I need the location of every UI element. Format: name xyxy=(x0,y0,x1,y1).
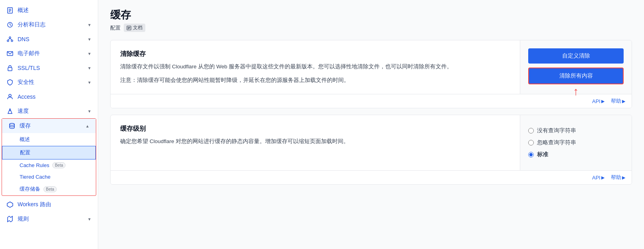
sidebar-item-cache[interactable]: 缓存 ▲ xyxy=(2,119,96,133)
sidebar-subitem-cache-config-label: 配置 xyxy=(20,149,30,156)
help-chevron-icon2: ▶ xyxy=(622,175,625,180)
sidebar-item-overview[interactable]: 概述 xyxy=(0,3,98,18)
chevron-down-icon: ▼ xyxy=(87,66,91,70)
sidebar-item-workers[interactable]: Workers 路由 xyxy=(0,197,98,212)
sidebar-subitem-tiered-cache-label: Tiered Cache xyxy=(20,174,51,180)
sidebar-subitem-cache-reserve-label: 缓存储备 xyxy=(20,185,40,193)
purge-cache-card: 清除缓存 清除缓存文件以强制 Cloudflare 从您的 Web 服务器中提取… xyxy=(110,40,632,108)
sidebar-item-rules[interactable]: 规则 ▼ xyxy=(0,212,98,226)
sidebar: 概述 分析和日志 ▼ DNS ▼ 电子邮件 ▼ SSL/TLS ▼ xyxy=(0,0,98,249)
radio-standard[interactable] xyxy=(528,152,534,157)
chevron-down-icon: ▼ xyxy=(87,52,91,56)
svg-line-9 xyxy=(10,38,12,40)
purge-card-footer: API ▶ 帮助 ▶ xyxy=(111,94,632,108)
purge-api-link[interactable]: API ▶ xyxy=(592,98,604,105)
shield-icon xyxy=(6,79,14,86)
sidebar-item-dns-label: DNS xyxy=(18,36,83,42)
email-icon xyxy=(6,50,14,57)
dns-icon xyxy=(6,36,14,43)
chevron-down-icon: ▼ xyxy=(87,37,91,42)
page-title: 缓存 xyxy=(110,8,632,22)
rules-icon xyxy=(6,215,14,223)
cache-rules-beta-badge: Beta xyxy=(52,162,65,168)
radio-option-no-query[interactable]: 没有查询字符串 xyxy=(528,127,624,134)
chevron-down-icon: ▼ xyxy=(87,217,91,221)
sidebar-subitem-cache-rules-label: Cache Rules xyxy=(20,162,49,168)
purge-card-body: 清除缓存 清除缓存文件以强制 Cloudflare 从您的 Web 服务器中提取… xyxy=(111,40,632,94)
cache-level-card: 缓存级别 确定您希望 Cloudflare 对您的网站进行缓存的静态内容量。增加… xyxy=(110,115,632,185)
cache-level-desc: 确定您希望 Cloudflare 对您的网站进行缓存的静态内容量。增加缓存可以缩… xyxy=(120,137,510,146)
main-content: 缓存 配置 文档 清除缓存 清除缓存文件以强制 Cloudflare 从您的 W… xyxy=(98,0,644,249)
sidebar-item-workers-label: Workers 路由 xyxy=(18,201,91,208)
sidebar-item-ssl[interactable]: SSL/TLS ▼ xyxy=(0,61,98,75)
sidebar-item-ssl-label: SSL/TLS xyxy=(18,65,83,71)
radio-option-ignore-query[interactable]: 忽略查询字符串 xyxy=(528,139,624,146)
purge-buttons-container: 自定义清除 清除所有内容 ↑ xyxy=(528,48,624,84)
sidebar-item-security[interactable]: 安全性 ▼ xyxy=(0,75,98,90)
sidebar-subitem-cache-config[interactable]: 配置 xyxy=(2,146,96,159)
sidebar-item-analytics[interactable]: 分析和日志 ▼ xyxy=(0,18,98,32)
purge-card-left: 清除缓存 清除缓存文件以强制 Cloudflare 从您的 Web 服务器中提取… xyxy=(111,40,520,94)
sidebar-item-analytics-label: 分析和日志 xyxy=(18,21,83,28)
chevron-down-icon: ▼ xyxy=(87,80,91,85)
chevron-down-icon: ▼ xyxy=(87,23,91,27)
sidebar-subitem-cache-rules[interactable]: Cache Rules Beta xyxy=(2,159,96,171)
chevron-up-icon: ▲ xyxy=(85,124,89,128)
purge-help-link[interactable]: 帮助 ▶ xyxy=(611,98,625,105)
purge-card-title: 清除缓存 xyxy=(120,50,510,58)
svg-marker-16 xyxy=(7,202,13,207)
purge-card-right: 自定义清除 清除所有内容 ↑ xyxy=(520,40,632,94)
sidebar-item-access-label: Access xyxy=(18,94,91,100)
cache-icon xyxy=(8,122,16,129)
sidebar-subitem-tiered-cache[interactable]: Tiered Cache xyxy=(2,171,96,183)
doc-label: 文档 xyxy=(133,24,143,31)
api-chevron-icon2: ▶ xyxy=(601,175,604,180)
workers-icon xyxy=(6,201,14,208)
cache-level-card-left: 缓存级别 确定您希望 Cloudflare 对您的网站进行缓存的静态内容量。增加… xyxy=(111,115,520,170)
radio-option-standard[interactable]: 标准 xyxy=(528,151,624,158)
chevron-down-icon: ▼ xyxy=(87,109,91,114)
speed-icon xyxy=(6,108,14,115)
purge-note: 注意：清除缓存可能会使您的网站性能暂时降级，并延长在您的源服务器上加载文件的时间… xyxy=(120,76,510,85)
svg-point-5 xyxy=(9,37,11,38)
purge-card-desc: 清除缓存文件以强制 Cloudflare 从您的 Web 服务器中提取这些文件的… xyxy=(120,62,510,84)
svg-point-12 xyxy=(9,94,11,97)
sidebar-item-dns[interactable]: DNS ▼ xyxy=(0,32,98,46)
cache-level-card-body: 缓存级别 确定您希望 Cloudflare 对您的网站进行缓存的静态内容量。增加… xyxy=(111,115,632,170)
svg-point-6 xyxy=(7,40,9,42)
svg-line-8 xyxy=(8,38,10,40)
cache-reserve-beta-badge: Beta xyxy=(44,186,57,192)
lock-icon xyxy=(6,64,14,72)
help-chevron-icon: ▶ xyxy=(622,99,625,104)
sidebar-item-rules-label: 规则 xyxy=(18,215,83,223)
radio-no-query[interactable] xyxy=(528,128,534,133)
custom-purge-button[interactable]: 自定义清除 xyxy=(528,48,624,64)
doc-icon xyxy=(6,7,14,14)
svg-rect-11 xyxy=(8,68,12,71)
cache-level-api-link[interactable]: API ▶ xyxy=(592,174,604,181)
doc-badge[interactable]: 文档 xyxy=(124,24,145,32)
page-subtitle: 配置 文档 xyxy=(110,24,632,32)
sidebar-item-speed[interactable]: 速度 ▼ xyxy=(0,104,98,118)
sidebar-subitem-cache-overview[interactable]: 概述 xyxy=(2,133,96,146)
sidebar-item-security-label: 安全性 xyxy=(18,79,83,86)
radio-no-query-label: 没有查询字符串 xyxy=(537,127,576,134)
subtitle-text: 配置 xyxy=(110,24,121,32)
chart-icon xyxy=(6,21,14,28)
radio-ignore-query-label: 忽略查询字符串 xyxy=(537,139,576,146)
svg-point-15 xyxy=(10,124,14,125)
doc-icon xyxy=(127,26,131,30)
api-chevron-icon: ▶ xyxy=(601,99,604,104)
radio-standard-label: 标准 xyxy=(537,151,548,157)
radio-ignore-query[interactable] xyxy=(528,140,534,145)
access-icon xyxy=(6,93,14,100)
sidebar-subitem-cache-reserve[interactable]: 缓存储备 Beta xyxy=(2,183,96,195)
sidebar-subitem-cache-overview-label: 概述 xyxy=(20,136,30,143)
sidebar-item-email[interactable]: 电子邮件 ▼ xyxy=(0,46,98,61)
cache-level-help-link[interactable]: 帮助 ▶ xyxy=(611,174,625,181)
cache-level-title: 缓存级别 xyxy=(120,125,510,133)
sidebar-item-access[interactable]: Access xyxy=(0,90,98,104)
svg-point-7 xyxy=(11,40,13,42)
sidebar-item-email-label: 电子邮件 xyxy=(18,50,83,57)
purge-all-button[interactable]: 清除所有内容 xyxy=(528,68,624,84)
